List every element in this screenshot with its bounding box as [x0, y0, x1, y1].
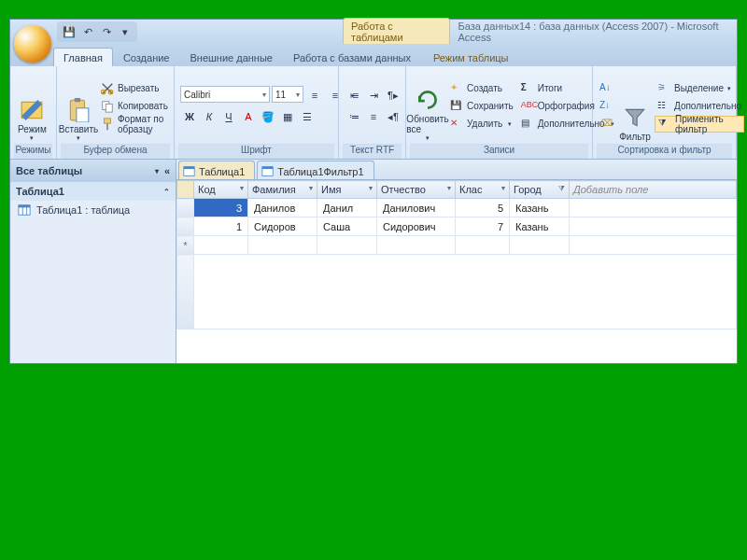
new-record-row[interactable]: *: [177, 236, 737, 255]
data-table: Код▾ Фамилия▾ Имя▾ Отчество▾ Клас▾ Город…: [176, 180, 737, 329]
bold-button[interactable]: Ж: [180, 107, 199, 126]
increase-indent-button[interactable]: ⇥: [364, 86, 383, 105]
col-header-class[interactable]: Клас▾: [456, 181, 510, 199]
sort-asc-button[interactable]: A↓: [597, 80, 615, 97]
ltr-button[interactable]: ¶▸: [384, 86, 402, 105]
cell-class[interactable]: 7: [456, 217, 510, 236]
cell-empty[interactable]: [570, 217, 737, 236]
group-clipboard: Вставить ▾ Вырезать Копировать Формат по…: [57, 66, 175, 159]
funnel-icon: [623, 105, 647, 130]
underline-button[interactable]: Ч: [219, 107, 238, 126]
italic-button[interactable]: К: [200, 107, 218, 126]
cell-patronymic[interactable]: Данилович: [377, 199, 456, 217]
copy-button[interactable]: Копировать: [98, 98, 171, 115]
toggle-filter-button[interactable]: ⧩Применить фильтр: [655, 116, 744, 133]
tab-create[interactable]: Создание: [113, 48, 180, 66]
cell-patronymic[interactable]: Сидорович: [377, 217, 456, 236]
chevron-down-icon: ▾: [296, 91, 300, 99]
new-record-button[interactable]: ✦Создать: [447, 80, 516, 97]
col-header-surname[interactable]: Фамилия▾: [248, 181, 317, 199]
number-list-button[interactable]: ≡: [364, 107, 383, 126]
chevron-down-icon: ▾: [426, 134, 430, 142]
col-header-add-field[interactable]: Добавить поле: [570, 181, 737, 199]
tab-external-data[interactable]: Внешние данные: [180, 48, 283, 66]
col-header-name[interactable]: Имя▾: [317, 181, 377, 199]
cell-city[interactable]: Казань: [510, 199, 570, 217]
col-header-city[interactable]: Город⧩: [510, 181, 570, 199]
chevron-down-icon: ▾: [501, 184, 505, 192]
sort-desc-button[interactable]: Z↓: [597, 98, 615, 115]
delete-icon: ✕: [450, 118, 463, 131]
row-selector[interactable]: [177, 217, 194, 236]
selection-filter-button[interactable]: ⚞Выделение▾: [655, 80, 744, 97]
undo-icon[interactable]: ↶: [81, 25, 94, 38]
col-header-patronymic[interactable]: Отчество▾: [377, 181, 456, 199]
new-row-selector[interactable]: *: [177, 236, 194, 255]
quick-access-toolbar: 💾 ↶ ↷ ▾: [57, 21, 137, 42]
datasheet-grid[interactable]: Код▾ Фамилия▾ Имя▾ Отчество▾ Клас▾ Город…: [176, 180, 737, 363]
svg-rect-14: [184, 167, 194, 169]
navigation-pane: Все таблицы ▾ « Таблица1 ⌃ Таблица1 : та…: [10, 160, 176, 363]
save-record-button[interactable]: 💾Сохранить: [447, 98, 516, 115]
cell-id[interactable]: 1: [194, 217, 248, 236]
window-title: База данных14 : база данных (Access 2007…: [458, 21, 737, 43]
fill-color-button[interactable]: 🪣: [259, 107, 277, 126]
table-row[interactable]: 1 Сидоров Саша Сидорович 7 Казань: [177, 217, 737, 236]
cell-empty[interactable]: [570, 199, 737, 217]
tab-home[interactable]: Главная: [53, 48, 113, 66]
align-left-button[interactable]: ≡: [305, 86, 324, 105]
group-views: Режим ▾ Режимы: [10, 66, 57, 159]
nav-group-header[interactable]: Таблица1 ⌃: [10, 182, 176, 201]
col-header-id[interactable]: Код▾: [194, 181, 248, 199]
table-row[interactable]: 3 Данилов Данил Данилович 5 Казань: [177, 199, 737, 217]
paste-button[interactable]: Вставить ▾: [61, 68, 96, 144]
nav-pane-header[interactable]: Все таблицы ▾ «: [10, 160, 176, 182]
sigma-icon: Σ: [521, 82, 534, 95]
view-button[interactable]: Режим ▾: [14, 68, 50, 144]
nav-item-table1[interactable]: Таблица1 : таблица: [10, 201, 176, 219]
clear-sort-icon: ⌫: [599, 118, 613, 131]
chevron-down-icon: ▾: [727, 85, 731, 92]
clear-sort-button[interactable]: ⌫: [597, 116, 615, 133]
format-painter-button[interactable]: Формат по образцу: [98, 116, 171, 133]
chevron-up-icon: ⌃: [163, 188, 170, 196]
rtl-button[interactable]: ◂¶: [384, 107, 402, 126]
advanced-filter-button[interactable]: ☷Дополнительно: [655, 98, 744, 115]
decrease-indent-button[interactable]: ⇤: [345, 86, 363, 105]
filter-button[interactable]: Фильтр: [617, 68, 653, 144]
doc-tab-table1filter1[interactable]: Таблица1Фильтр1: [257, 161, 374, 179]
cell-id[interactable]: 3: [194, 199, 248, 217]
cell-city[interactable]: Казань: [510, 217, 570, 236]
work-area: Все таблицы ▾ « Таблица1 ⌃ Таблица1 : та…: [10, 160, 737, 363]
cell-name[interactable]: Саша: [317, 217, 377, 236]
select-all-cell[interactable]: [177, 181, 194, 199]
collapse-pane-icon[interactable]: «: [164, 165, 170, 176]
doc-tab-table1[interactable]: Таблица1: [178, 161, 255, 179]
alt-row-button[interactable]: ☰: [298, 107, 317, 126]
group-rich-text: ⇤ ⇥ ¶▸ ≔ ≡ ◂¶ Текст RTF: [339, 66, 406, 159]
office-orb-button[interactable]: [14, 25, 51, 63]
font-name-combo[interactable]: Calibri▾: [180, 86, 270, 103]
tab-datasheet[interactable]: Режим таблицы: [423, 48, 519, 66]
row-selector[interactable]: [177, 199, 194, 217]
redo-icon[interactable]: ↷: [100, 25, 113, 38]
cell-name[interactable]: Данил: [317, 199, 377, 217]
qat-dropdown-icon[interactable]: ▾: [119, 25, 132, 38]
refresh-all-button[interactable]: Обновить все ▾: [410, 68, 445, 144]
font-size-combo[interactable]: 11▾: [272, 86, 303, 103]
cell-class[interactable]: 5: [456, 199, 510, 217]
table-icon: [18, 203, 31, 217]
bullet-list-button[interactable]: ≔: [345, 107, 363, 126]
font-color-button[interactable]: A: [239, 107, 258, 126]
gridlines-button[interactable]: ▦: [278, 107, 297, 126]
cut-button[interactable]: Вырезать: [98, 80, 171, 97]
contextual-tab-title: Работа с таблицами: [343, 18, 450, 46]
clipboard-small-buttons: Вырезать Копировать Формат по образцу: [98, 68, 171, 144]
cell-surname[interactable]: Данилов: [248, 199, 317, 217]
save-icon[interactable]: 💾: [63, 25, 76, 38]
delete-record-button[interactable]: ✕Удалить▾: [447, 116, 516, 133]
chevron-down-icon: ▾: [369, 184, 373, 192]
tab-database-tools[interactable]: Работа с базами данных: [283, 48, 421, 66]
cell-surname[interactable]: Сидоров: [248, 217, 317, 236]
ribbon-tabs: Главная Создание Внешние данные Работа с…: [10, 44, 737, 66]
